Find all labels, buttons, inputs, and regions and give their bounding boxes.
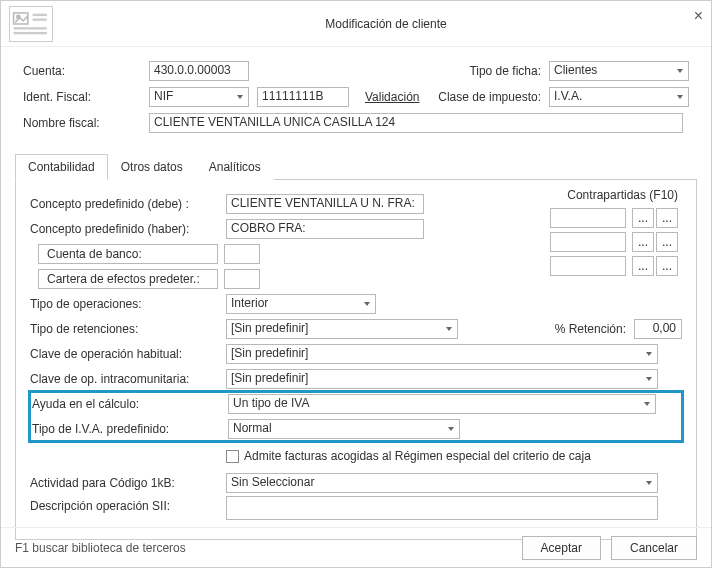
tipo-iva-predef-label: Tipo de I.V.A. predefinido: <box>32 422 228 436</box>
svg-rect-5 <box>14 31 47 33</box>
tabs-container: Contabilidad Otros datos Analíticos Cont… <box>15 153 697 540</box>
ident-fiscal-type-select[interactable]: NIF <box>149 87 249 107</box>
dialog-footer: F1 buscar biblioteca de terceros Aceptar… <box>1 527 711 567</box>
clave-intracomunitaria-label: Clave de op. intracomunitaria: <box>30 372 226 386</box>
cuenta-banco-input[interactable] <box>224 244 260 264</box>
contrapartida-input[interactable] <box>550 256 626 276</box>
ayuda-calculo-select[interactable]: Un tipo de IVA <box>228 394 656 414</box>
client-icon <box>9 6 53 42</box>
close-icon[interactable]: × <box>694 7 703 25</box>
clase-impuesto-select[interactable]: I.V.A. <box>549 87 689 107</box>
contrapartida-row: ... ... <box>550 232 678 252</box>
contrapartida-row: ... ... <box>550 256 678 276</box>
cancelar-button[interactable]: Cancelar <box>611 536 697 560</box>
concepto-debe-input[interactable]: CLIENTE VENTANILLA U N. FRA: <box>226 194 424 214</box>
footer-help-text: F1 buscar biblioteca de terceros <box>15 541 186 555</box>
dialog-header: Modificación de cliente × <box>1 1 711 47</box>
dialog-window: Modificación de cliente × Cuenta: 430.0.… <box>0 0 712 568</box>
header-form: Cuenta: 430.0.0.00003 Tipo de ficha: Cli… <box>1 47 711 143</box>
tipo-retenciones-label: Tipo de retenciones: <box>30 322 226 336</box>
contrapartidas-grid: ... ... ... ... ... ... <box>550 208 678 280</box>
contrapartida-browse-button[interactable]: ... <box>632 256 654 276</box>
concepto-haber-label: Concepto predefinido (haber): <box>30 222 226 236</box>
concepto-haber-input[interactable]: COBRO FRA: <box>226 219 424 239</box>
actividad-1kb-label: Actividad para Código 1kB: <box>30 476 226 490</box>
contrapartida-input[interactable] <box>550 232 626 252</box>
clave-intracomunitaria-select[interactable]: [Sin predefinir] <box>226 369 658 389</box>
validacion-link[interactable]: Validación <box>365 90 419 104</box>
tab-otros-datos[interactable]: Otros datos <box>108 154 196 180</box>
ayuda-calculo-label: Ayuda en el cálculo: <box>32 397 228 411</box>
highlighted-section: Ayuda en el cálculo: Un tipo de IVA Tipo… <box>30 392 682 441</box>
contrapartida-row: ... ... <box>550 208 678 228</box>
tipo-iva-predef-select[interactable]: Normal <box>228 419 460 439</box>
contrapartida-browse-button[interactable]: ... <box>632 208 654 228</box>
tab-analiticos[interactable]: Analíticos <box>196 154 274 180</box>
nombre-fiscal-label: Nombre fiscal: <box>23 116 149 130</box>
svg-rect-2 <box>33 13 47 15</box>
contrapartida-browse-button[interactable]: ... <box>656 232 678 252</box>
tab-panel-contabilidad: Contrapartidas (F10) ... ... ... ... ...… <box>15 180 697 540</box>
ident-fiscal-label: Ident. Fiscal: <box>23 90 149 104</box>
tipo-ficha-label: Tipo de ficha: <box>469 64 541 78</box>
tab-contabilidad[interactable]: Contabilidad <box>15 154 108 180</box>
nombre-fiscal-input[interactable]: CLIENTE VENTANILLA UNICA CASILLA 124 <box>149 113 683 133</box>
tipo-ficha-select[interactable]: Clientes <box>549 61 689 81</box>
contrapartida-browse-button[interactable]: ... <box>656 208 678 228</box>
actividad-1kb-select[interactable]: Sin Seleccionar <box>226 473 658 493</box>
cuenta-label: Cuenta: <box>23 64 149 78</box>
svg-rect-3 <box>33 18 47 20</box>
cartera-efectos-input[interactable] <box>224 269 260 289</box>
dialog-title: Modificación de cliente <box>61 17 711 31</box>
clave-op-habitual-select[interactable]: [Sin predefinir] <box>226 344 658 364</box>
cuenta-input[interactable]: 430.0.0.00003 <box>149 61 249 81</box>
pct-retencion-label: % Retención: <box>555 322 626 336</box>
admite-facturas-label: Admite facturas acogidas al Régimen espe… <box>244 449 591 463</box>
tipo-retenciones-select[interactable]: [Sin predefinir] <box>226 319 458 339</box>
contrapartida-browse-button[interactable]: ... <box>656 256 678 276</box>
concepto-debe-label: Concepto predefinido (debe) : <box>30 197 226 211</box>
clave-op-habitual-label: Clave de operación habitual: <box>30 347 226 361</box>
contrapartida-input[interactable] <box>550 208 626 228</box>
tipo-operaciones-select[interactable]: Interior <box>226 294 376 314</box>
contrapartida-browse-button[interactable]: ... <box>632 232 654 252</box>
contrapartidas-label: Contrapartidas (F10) <box>567 188 678 202</box>
svg-rect-4 <box>14 27 47 29</box>
descripcion-sii-label: Descripción operación SII: <box>30 496 226 513</box>
cartera-efectos-button[interactable]: Cartera de efectos predeter.: <box>38 269 218 289</box>
aceptar-button[interactable]: Aceptar <box>522 536 601 560</box>
admite-facturas-checkbox[interactable] <box>226 450 239 463</box>
descripcion-sii-input[interactable] <box>226 496 658 520</box>
tab-bar: Contabilidad Otros datos Analíticos <box>15 153 697 180</box>
pct-retencion-input[interactable]: 0,00 <box>634 319 682 339</box>
tipo-operaciones-label: Tipo de operaciones: <box>30 297 226 311</box>
cuenta-banco-button[interactable]: Cuenta de banco: <box>38 244 218 264</box>
clase-impuesto-label: Clase de impuesto: <box>438 90 541 104</box>
ident-fiscal-input[interactable]: 11111111B <box>257 87 349 107</box>
